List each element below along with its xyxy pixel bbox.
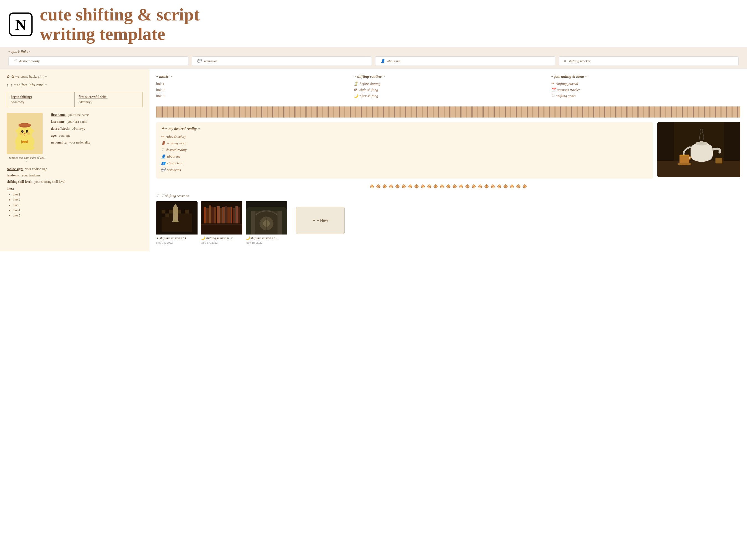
- svg-rect-5: [19, 124, 31, 126]
- right-panel: ~ music ~ link 1 link 2 link 3 ~ shiftin…: [149, 69, 747, 251]
- svg-rect-54: [230, 207, 232, 223]
- plus-icon: +: [313, 218, 315, 223]
- svg-rect-44: [204, 207, 206, 223]
- person-icon: 👤: [161, 154, 165, 159]
- flower-icon: ❋: [433, 183, 438, 190]
- door-icon: 🚪: [161, 141, 165, 145]
- svg-rect-55: [233, 208, 235, 223]
- new-session-button[interactable]: + + New: [296, 207, 345, 234]
- music-link-3[interactable]: link 3: [156, 94, 345, 98]
- sessions-label: ♡ ♡ shifting sessions: [156, 193, 740, 198]
- after-shifting-link[interactable]: 🌙 after shifting: [354, 94, 543, 98]
- svg-point-26: [677, 163, 691, 165]
- waiting-room-link[interactable]: 🚪 waiting room: [161, 141, 648, 145]
- quick-links-label: ~ quick links ~: [8, 50, 739, 54]
- heart-icon: ♡: [161, 148, 164, 152]
- svg-point-23: [699, 141, 704, 144]
- coffee-scene: [658, 122, 740, 177]
- svg-point-42: [172, 220, 179, 222]
- svg-rect-53: [227, 207, 230, 223]
- field-first-name: first name: your first name: [51, 113, 143, 117]
- session-card-1[interactable]: ✦ shifting session n° 1 Nov 16, 2022: [156, 201, 198, 246]
- svg-point-15: [30, 129, 34, 132]
- flower-icon: ❋: [465, 183, 470, 190]
- music-column: ~ music ~ link 1 link 2 link 3: [156, 74, 345, 100]
- characters-link[interactable]: 👥 characters: [161, 161, 648, 165]
- notion-logo: N: [8, 12, 33, 37]
- while-shifting-link[interactable]: ⚙ while shifting: [354, 88, 543, 92]
- quick-link-scenarios[interactable]: 💬 scenarios: [192, 56, 372, 66]
- flower-icon: ❋: [452, 183, 457, 190]
- svg-point-13: [24, 141, 26, 143]
- header: N cute shifting & script writing templat…: [0, 0, 747, 47]
- sessions-bottom-row: ✦ shifting session n° 1 Nov 16, 2022: [156, 201, 740, 246]
- scenarios-link[interactable]: 💬 scenarios: [161, 167, 648, 172]
- journaling-column: ~ journaling & ideas ~ ✏ shifting journa…: [551, 74, 740, 100]
- sessions-grid: ✦ shifting session n° 1 Nov 16, 2022: [156, 201, 287, 246]
- shifting-journal-link[interactable]: ✏ shifting journal: [551, 82, 740, 86]
- svg-point-10: [24, 133, 25, 134]
- svg-rect-47: [211, 207, 214, 223]
- svg-rect-45: [206, 208, 209, 223]
- svg-rect-41: [165, 213, 169, 217]
- pencil-icon: ✏: [161, 134, 164, 139]
- quick-link-shifting-tracker[interactable]: ≡ shifting tracker: [559, 56, 739, 66]
- session-card-3[interactable]: 🌙 shifting session n° 3 Nov 18, 2022: [246, 201, 287, 246]
- quick-link-about-me[interactable]: 👤 about me: [375, 56, 555, 66]
- svg-rect-39: [189, 210, 192, 213]
- profile-fields: first name: your first name last name: y…: [51, 113, 143, 163]
- flower-icon: ❋: [516, 183, 521, 190]
- gear-icon: ⚙: [354, 88, 357, 92]
- flower-icon: ❋: [491, 183, 495, 190]
- shifting-goals-link[interactable]: ♡ shifting goals: [551, 94, 740, 98]
- before-shifting-link[interactable]: ⏳ before shifting: [354, 82, 543, 86]
- svg-rect-50: [220, 208, 222, 223]
- field-nationality: nationality: your nationality: [51, 140, 143, 144]
- music-link-2[interactable]: link 2: [156, 88, 345, 92]
- page-title: cute shifting & script writing template: [40, 5, 200, 44]
- dr-decorative-image: [658, 122, 740, 177]
- list-item: like 5: [13, 213, 143, 218]
- texture-strip: [156, 106, 740, 117]
- flower-icon: ❋: [497, 183, 501, 190]
- heart-icon: ♡: [156, 193, 159, 198]
- flower-icon: ❋: [522, 183, 527, 190]
- svg-rect-34: [169, 210, 173, 213]
- flower-icon: ❋: [420, 183, 425, 190]
- profile-image-container: ~ replace this with a pic of you! ~: [7, 113, 45, 163]
- welcome-icon: ✿: [7, 74, 10, 79]
- group-icon: 👥: [161, 161, 165, 165]
- svg-rect-19: [658, 161, 740, 177]
- quick-link-desired-reality[interactable]: ♡ desired reality: [8, 56, 188, 66]
- session-card-2[interactable]: 🌙 shifting session n° 2 Nov 17, 2022: [201, 201, 242, 246]
- sessions-tracker-link[interactable]: 📅 sessions tracker: [551, 88, 740, 92]
- quick-links-row: ♡ desired reality 💬 scenarios 👤 about me…: [8, 56, 739, 66]
- flower-icon: ❋: [382, 183, 387, 190]
- svg-point-14: [15, 129, 20, 132]
- quick-links-bar: ~ quick links ~ ♡ desired reality 💬 scen…: [0, 47, 747, 69]
- svg-rect-52: [225, 206, 227, 223]
- rules-safety-link[interactable]: ✏ rules & safety: [161, 134, 648, 139]
- about-me-link[interactable]: 👤 about me: [161, 154, 648, 159]
- svg-text:N: N: [15, 16, 26, 33]
- heart-icon: ♡: [14, 59, 17, 63]
- desired-reality-link[interactable]: ♡ desired reality: [161, 148, 648, 152]
- main-content: ✿ ✿ welcome back, y/n ! ~ ↑ ↑ ~ shifter …: [0, 69, 747, 251]
- flower-icon: ❋: [478, 183, 483, 190]
- likes-section: likes: like 1 like 2 like 3 like 4 like …: [7, 187, 143, 218]
- dr-title: ✦ ~ my desired reality ~: [161, 126, 648, 131]
- profile-image: [7, 113, 43, 154]
- flower-icon: ❋: [440, 183, 444, 190]
- flowers-row: ❋ ❋ ❋ ❋ ❋ ❋ ❋ ❋ ❋ ❋ ❋ ❋ ❋ ❋ ❋ ❋ ❋ ❋ ❋ ❋ …: [156, 183, 740, 190]
- flower-icon: ❋: [389, 183, 393, 190]
- svg-rect-32: [161, 210, 165, 213]
- moon-icon: 🌙: [354, 94, 358, 98]
- chat-icon: 💬: [161, 167, 165, 172]
- music-link-1[interactable]: link 1: [156, 82, 345, 86]
- list-item: like 1: [13, 192, 143, 196]
- heart-icon: ♡: [551, 94, 555, 98]
- field-skill-level: shifting skill level: your shifting skil…: [7, 180, 143, 184]
- pin-icon: ↑: [7, 83, 9, 87]
- svg-rect-46: [209, 206, 211, 223]
- svg-rect-57: [238, 207, 240, 223]
